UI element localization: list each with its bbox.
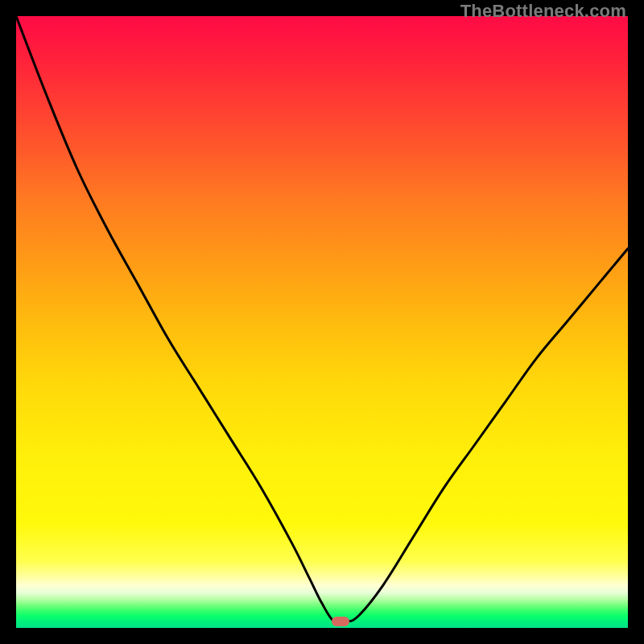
minimum-marker	[332, 617, 349, 626]
curve-svg	[16, 16, 628, 628]
chart-container: TheBottleneck.com	[0, 0, 644, 644]
plot-area	[16, 16, 628, 628]
bottleneck-curve-path	[16, 16, 628, 624]
watermark-label: TheBottleneck.com	[460, 1, 626, 22]
